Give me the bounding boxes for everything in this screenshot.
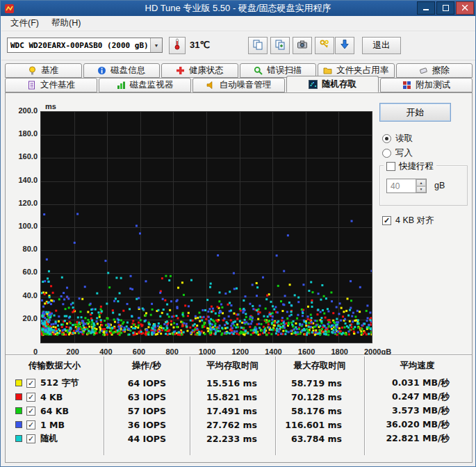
short-stroke-checkbox[interactable]: 快捷行程 — [384, 161, 436, 172]
y-axis-tick: 160.0 — [6, 152, 38, 161]
tab-disk-monitor[interactable]: 磁盘监视器 — [99, 78, 191, 92]
short-stroke-size-input[interactable]: 40 ▲▼ — [386, 179, 427, 193]
camera-button[interactable] — [293, 37, 312, 54]
download-arrow-icon — [339, 39, 350, 53]
close-button[interactable] — [456, 1, 474, 15]
series-label: 64 KB — [40, 406, 69, 416]
tab-benchmark[interactable]: 基准 — [5, 63, 82, 78]
table-row: ✓64 KB57 IOPS17.491 ms58.176 ms3.573 MB/… — [6, 404, 472, 418]
series-cell: ✓512 字节 — [6, 377, 104, 389]
max-access-cell: 58.719 ms — [275, 378, 364, 388]
random-access-icon — [309, 80, 318, 89]
exit-button[interactable]: 退出 — [362, 37, 401, 54]
iops-cell: 44 IOPS — [104, 434, 190, 444]
series-color-swatch — [15, 407, 22, 414]
y-axis-tick: 140.0 — [6, 176, 38, 184]
copy-pages-button[interactable] — [248, 37, 268, 54]
drive-select[interactable]: WDC WD20EARX-00PASB0 (2000 gB) ▼ — [7, 38, 163, 53]
random-access-page: ms 200.0180.0160.0140.0120.0100.080.060.… — [5, 92, 473, 463]
series-checkbox[interactable]: ✓ — [26, 420, 35, 429]
y-axis-tick: 200.0 — [6, 106, 38, 115]
y-axis-tick: 120.0 — [6, 199, 38, 207]
chevron-down-icon[interactable]: ▼ — [150, 38, 162, 52]
y-axis-tick: 100.0 — [6, 222, 38, 230]
copy-pages-icon — [252, 39, 263, 53]
avg-access-cell: 17.491 ms — [190, 406, 275, 416]
short-stroke-value: 40 — [387, 179, 416, 192]
health-icon — [176, 66, 185, 75]
series-checkbox[interactable]: ✓ — [26, 407, 35, 416]
y-axis-unit: ms — [45, 102, 56, 110]
maximize-button[interactable] — [436, 1, 454, 15]
start-button[interactable]: 开始 — [379, 103, 451, 122]
avg-access-cell: 15.516 ms — [190, 378, 275, 388]
table-row: ✓512 字节64 IOPS15.516 ms58.719 ms0.031 MB… — [6, 376, 472, 390]
disk-info-icon — [97, 66, 106, 75]
col-header: 最大存取时间 — [275, 360, 364, 372]
col-header: 操作/秒 — [104, 360, 190, 372]
checkbox-icon — [386, 162, 395, 171]
max-access-cell: 63.784 ms — [275, 434, 364, 444]
keys-button[interactable] — [315, 37, 334, 54]
tab-health[interactable]: 健康状态 — [161, 63, 238, 78]
aam-icon — [206, 81, 215, 90]
y-axis-tick: 60.0 — [6, 268, 38, 276]
series-label: 1 MB — [40, 420, 65, 430]
spinner-arrows[interactable]: ▲▼ — [416, 179, 426, 192]
col-header: 平均存取时间 — [190, 360, 275, 372]
avg-speed-cell: 3.573 MB/秒 — [364, 405, 470, 417]
temperature-value: 31℃ — [190, 40, 210, 50]
update-button[interactable] — [335, 37, 354, 54]
series-cell: ✓随机 — [6, 433, 104, 445]
tab-label: 擦除 — [432, 65, 450, 76]
file-benchmark-icon — [27, 81, 36, 90]
write-radio[interactable]: 写入 — [382, 147, 413, 159]
tab-erase[interactable]: 擦除 — [396, 63, 473, 78]
keys-icon — [319, 39, 330, 53]
col-header: 平均速度 — [364, 360, 470, 372]
benchmark-icon — [28, 66, 37, 75]
toolbar: WDC WD20EARX-00PASB0 (2000 gB) ▼ 31℃ 退出 — [1, 31, 476, 60]
col-header: 传输数据大小 — [6, 360, 104, 372]
tab-row-1: 基准磁盘信息健康状态错误扫描文件夹占用率擦除 — [5, 63, 473, 78]
y-axis-tick: 80.0 — [6, 245, 38, 253]
random-access-scatter-chart — [40, 111, 372, 343]
series-cell: ✓64 KB — [6, 406, 104, 416]
radio-icon — [382, 149, 391, 158]
menu-file[interactable]: 文件(F) — [4, 15, 45, 31]
menu-bar: 文件(F) 帮助(H) — [1, 16, 476, 31]
menu-help[interactable]: 帮助(H) — [45, 15, 87, 31]
tab-row-2: 文件基准磁盘监视器自动噪音管理随机存取附加测试 — [5, 78, 473, 92]
series-label: 4 KB — [40, 392, 63, 402]
avg-access-cell: 27.762 ms — [190, 420, 275, 430]
tab-aam[interactable]: 自动噪音管理 — [192, 78, 285, 92]
read-radio[interactable]: 读取 — [382, 133, 413, 145]
disk-monitor-icon — [117, 81, 126, 90]
tab-extra-tests[interactable]: 附加测试 — [380, 78, 473, 92]
copy-add-button[interactable] — [270, 37, 290, 54]
short-stroke-unit: gB — [434, 181, 445, 190]
checkbox-icon: ✓ — [382, 216, 391, 225]
table-divider — [6, 354, 472, 356]
series-color-swatch — [15, 435, 22, 442]
tab-label: 健康状态 — [189, 65, 224, 76]
titlebar[interactable]: HD Tune 专业版 5.50 - 硬盘/固态硬盘实用程序 — [1, 1, 475, 16]
series-checkbox[interactable]: ✓ — [26, 393, 35, 402]
spin-up-icon: ▲ — [416, 179, 426, 186]
radio-icon — [382, 134, 391, 143]
minimize-button[interactable] — [417, 1, 435, 15]
series-checkbox[interactable]: ✓ — [26, 379, 35, 388]
4kb-align-checkbox[interactable]: ✓ 4 KB 对齐 — [382, 215, 434, 227]
tab-disk-info[interactable]: 磁盘信息 — [83, 63, 161, 78]
write-radio-label: 写入 — [395, 147, 413, 159]
tab-random-access[interactable]: 随机存取 — [286, 76, 379, 92]
read-radio-label: 读取 — [395, 133, 413, 145]
app-icon — [4, 3, 15, 14]
tab-label: 磁盘信息 — [110, 65, 145, 76]
spin-down-icon: ▼ — [416, 186, 426, 193]
short-stroke-label: 快捷行程 — [399, 161, 434, 172]
tab-file-benchmark[interactable]: 文件基准 — [5, 78, 97, 92]
series-checkbox[interactable]: ✓ — [26, 434, 35, 443]
temperature-button[interactable] — [169, 37, 186, 54]
series-color-swatch — [15, 393, 22, 400]
